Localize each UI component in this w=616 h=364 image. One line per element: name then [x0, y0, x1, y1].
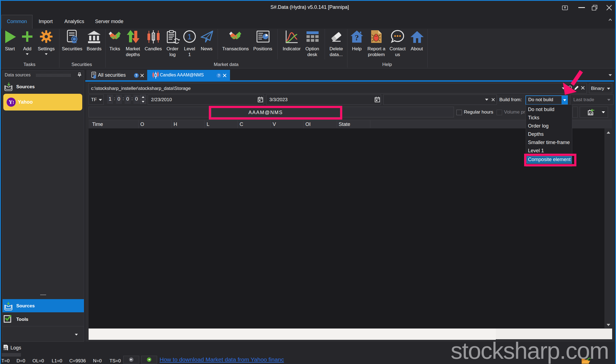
svg-text:LOG: LOG: [4, 349, 7, 350]
svg-text:!: !: [13, 100, 14, 105]
svg-text:?: ?: [355, 33, 359, 42]
svg-text:1: 1: [187, 32, 192, 41]
svg-text:?: ?: [218, 74, 220, 78]
svg-text:Y: Y: [9, 99, 13, 105]
svg-text:?: ?: [135, 74, 137, 78]
